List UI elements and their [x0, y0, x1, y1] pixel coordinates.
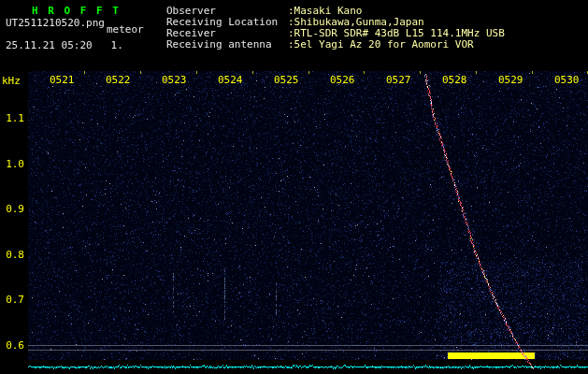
x-tick-label: 0529: [498, 75, 523, 86]
x-tick-label: 0524: [218, 75, 243, 86]
mode-label: meteor: [107, 24, 144, 36]
x-tick-label: 0521: [50, 75, 75, 86]
output-filename: UT2511210520.png: [6, 18, 105, 29]
y-tick-label: 0.8: [0, 250, 24, 261]
y-axis-unit-label: kHz: [2, 76, 21, 87]
y-tick-label: 0.9: [0, 204, 24, 215]
y-tick-label: 0.6: [0, 340, 24, 352]
y-tick-label: 1.1: [0, 113, 24, 124]
field-label-antenna: Receiving antenna: [166, 39, 272, 50]
field-value-antenna: :5el Yagi Az 20 for Aomori VOR: [288, 39, 474, 50]
y-tick-label: 0.7: [0, 295, 24, 306]
x-tick-label: 0530: [554, 75, 580, 86]
x-tick-label: 0522: [106, 75, 131, 86]
app-title: H R O F F T: [32, 6, 121, 17]
x-tick-label: 0523: [162, 75, 187, 86]
x-tick-label: 0526: [330, 75, 355, 86]
hrofft-output: H R O F F T UT2511210520.png meteor 25.1…: [0, 0, 588, 374]
spectrogram-canvas: [0, 0, 588, 374]
x-tick-label: 0525: [274, 75, 299, 86]
y-tick-label: 1.0: [0, 159, 24, 170]
datetime-label: 25.11.21 05:20 1.: [6, 40, 123, 51]
x-tick-label: 0528: [442, 75, 467, 86]
x-tick-label: 0527: [386, 75, 411, 86]
